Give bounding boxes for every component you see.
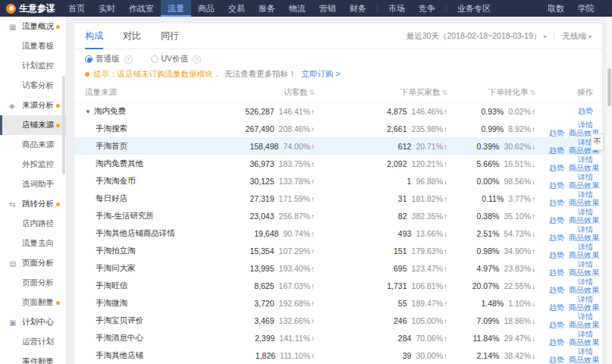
sidebar-item-0-1[interactable]: 计划监控: [0, 56, 66, 76]
product-effect-link[interactable]: 商品效果: [569, 286, 599, 294]
sidebar-item-3-1[interactable]: 页面翻量: [0, 293, 66, 312]
radio-option-0[interactable]: 普通版?: [85, 54, 133, 64]
sort-icon[interactable]: ⇅: [309, 89, 315, 96]
trend-link[interactable]: 趋势: [549, 338, 564, 347]
sidebar-section-0[interactable]: ▦流量概况: [0, 17, 66, 36]
radio-option-1[interactable]: UV价值?: [151, 54, 202, 64]
sidebar-item-2-1[interactable]: 流量去向: [0, 234, 66, 253]
sidebar-item-2-0[interactable]: 店内路径: [0, 214, 66, 234]
product-effect-link[interactable]: 商品效果: [569, 181, 599, 190]
column-header-3[interactable]: 下单转化率⇅: [461, 83, 545, 102]
nav-right-item-1[interactable]: 学院: [571, 0, 601, 17]
sidebar-item-1-0[interactable]: 店铺来源: [0, 115, 66, 135]
feedback-tab[interactable]: 不: [591, 133, 604, 150]
sidebar-item-0-2[interactable]: 访客分析: [0, 76, 66, 96]
terminal-select[interactable]: 无线端▾: [562, 31, 592, 42]
page-scrollbar-thumb[interactable]: [607, 68, 611, 106]
trend-link[interactable]: 趋势: [549, 268, 564, 277]
nav-item-12[interactable]: 业务专区: [450, 0, 497, 17]
product-effect-link[interactable]: 商品效果: [569, 216, 599, 224]
sidebar-section-3[interactable]: ▤页面分析: [0, 253, 66, 273]
sidebar-section-4[interactable]: ▣计划中心: [0, 312, 66, 332]
metric-value: 158,498: [250, 142, 278, 151]
sidebar-item-0-0[interactable]: 流量看板: [0, 36, 66, 56]
nav-item-11[interactable]: 竞争: [412, 0, 442, 17]
detail-link[interactable]: 详情: [578, 155, 593, 164]
product-effect-link[interactable]: 商品效果: [569, 164, 599, 172]
column-header-2[interactable]: 下单买家数⇅: [328, 83, 461, 102]
buyers-cell: 55189.47%↑: [328, 294, 461, 312]
trend-link[interactable]: 趋势: [549, 356, 564, 364]
detail-link[interactable]: 详情: [578, 225, 593, 234]
detail-link[interactable]: 详情: [578, 278, 593, 286]
detail-link[interactable]: 详情: [578, 330, 593, 338]
detail-link[interactable]: 详情: [578, 243, 593, 251]
column-header-1[interactable]: 访客数⇅: [215, 83, 328, 102]
nav-item-1[interactable]: 实时: [92, 0, 122, 17]
detail-link[interactable]: 详情: [578, 121, 593, 129]
nav-item-7[interactable]: 物流: [282, 0, 312, 17]
detail-link[interactable]: 详情: [578, 312, 593, 321]
trend-link[interactable]: 趋势: [549, 286, 564, 294]
nav-item-5[interactable]: 交易: [221, 0, 252, 17]
nav-item-9[interactable]: 财务: [343, 0, 373, 17]
sort-icon[interactable]: ⇅: [529, 89, 535, 96]
nav-item-3[interactable]: 流量: [161, 0, 191, 17]
date-range-select[interactable]: 最近30天（2018-02-18~2018-03-19）▾: [406, 31, 547, 42]
nav-item-10[interactable]: 市场: [381, 0, 412, 17]
product-effect-link[interactable]: 商品效果: [569, 268, 599, 277]
nav-item-0[interactable]: 首页: [61, 0, 92, 17]
trend-link[interactable]: 趋势: [549, 303, 564, 312]
trend-link[interactable]: 趋势: [549, 251, 564, 259]
product-effect-link[interactable]: 商品效果: [569, 199, 599, 207]
table-row: 手淘问大家13,995193.40%↑695123.47%↑4.97%23.83…: [74, 259, 604, 277]
nav-item-2[interactable]: 作战室: [122, 0, 161, 17]
sidebar-item-1-1[interactable]: 商品来源: [0, 135, 66, 155]
nav-right-item-0[interactable]: 取数: [541, 0, 571, 17]
expand-caret-icon[interactable]: ▼: [85, 108, 91, 115]
product-effect-link[interactable]: 商品效果: [569, 338, 599, 347]
app-logo[interactable]: 生意参谋: [0, 2, 61, 15]
nav-item-6[interactable]: 服务: [252, 0, 282, 17]
trend-link[interactable]: 趋势: [549, 181, 564, 190]
toolbar: 构成对比同行 最近30天（2018-02-18~2018-03-19）▾ 无线端…: [74, 24, 602, 49]
trend-link[interactable]: 趋势: [549, 146, 564, 155]
source-name: 每日好店: [96, 193, 127, 202]
sidebar-item-3-0[interactable]: 页面分析: [0, 273, 66, 293]
detail-link[interactable]: 详情: [578, 173, 593, 181]
trend-link[interactable]: 趋势: [549, 216, 564, 224]
trend-link[interactable]: 趋势: [549, 129, 564, 137]
detail-link[interactable]: 详情: [578, 347, 593, 356]
nav-item-4[interactable]: 商品: [191, 0, 221, 17]
sidebar-item-1-2[interactable]: 外投监控: [0, 155, 66, 174]
sort-icon[interactable]: ⇅: [441, 89, 447, 96]
product-effect-link[interactable]: 商品效果: [569, 234, 599, 242]
sidebar-scrollbar-thumb[interactable]: [62, 76, 65, 174]
detail-link[interactable]: 详情: [578, 190, 593, 199]
help-icon[interactable]: ?: [124, 55, 133, 64]
product-effect-link[interactable]: 商品效果: [569, 251, 599, 259]
nav-item-8[interactable]: 营销: [312, 0, 343, 17]
tab-2[interactable]: 同行: [161, 24, 179, 49]
trend-link[interactable]: 趋势: [549, 199, 564, 207]
sidebar-item-4-1[interactable]: 事件翻量: [0, 352, 66, 364]
detail-link[interactable]: 详情: [578, 260, 593, 268]
detail-link[interactable]: 详情: [578, 208, 593, 216]
product-effect-link[interactable]: 商品效果: [569, 303, 599, 312]
trend-link[interactable]: 趋势: [549, 234, 564, 242]
sidebar-item-4-0[interactable]: 运营计划: [0, 332, 66, 352]
trend-link[interactable]: 趋势: [549, 321, 564, 329]
tab-1[interactable]: 对比: [123, 24, 141, 49]
sidebar-section-1[interactable]: ◈来源分析: [0, 96, 66, 115]
subscribe-link[interactable]: 立即订购 >: [302, 69, 341, 80]
detail-link[interactable]: 详情: [578, 295, 593, 303]
trend-link[interactable]: 趋势: [549, 164, 564, 172]
product-effect-link[interactable]: 商品效果: [569, 356, 599, 364]
sidebar-section-2[interactable]: ⇆跳转分析: [0, 194, 66, 214]
sidebar-item-1-3[interactable]: 选词助手: [0, 174, 66, 194]
product-effect-link[interactable]: 商品效果: [569, 321, 599, 329]
tab-0[interactable]: 构成: [85, 24, 103, 49]
help-icon[interactable]: ?: [193, 55, 201, 64]
trend-link[interactable]: 趋势: [578, 107, 593, 115]
metric-change: 30.62%: [504, 142, 531, 151]
